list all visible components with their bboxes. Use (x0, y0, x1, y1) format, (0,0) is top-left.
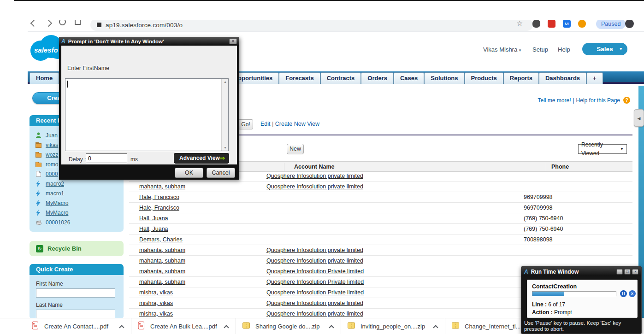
folder-icon (35, 162, 42, 167)
tell-me-more-link[interactable]: Tell me more! (538, 97, 571, 104)
profile-avatar[interactable] (625, 20, 634, 28)
text-caret (67, 81, 68, 88)
cancel-button[interactable]: Cancel (207, 168, 235, 178)
extension-icon-3[interactable]: UI (563, 20, 571, 28)
prompt-textarea[interactable]: ▲ ▼ (65, 78, 229, 151)
app-selector[interactable]: Sales ▾ (582, 43, 627, 55)
task-name: ContactCreation (532, 283, 577, 290)
download-item[interactable]: Create An Bulk Lea....pdf (131, 318, 236, 334)
recent-item[interactable]: MyMacro (30, 198, 124, 208)
recent-item[interactable]: macro1 (30, 188, 124, 198)
prompt-dialog: A Prompt in 'Don't Write In Any Window' … (59, 37, 239, 180)
first-name-field[interactable] (36, 288, 115, 298)
extension-icon-2[interactable] (548, 20, 555, 28)
home-icon[interactable] (75, 20, 81, 25)
advanced-view-button[interactable]: Advanced View ⇒ (174, 153, 229, 164)
column-phone[interactable]: Phone (551, 162, 569, 172)
reload-icon[interactable] (59, 20, 66, 25)
minimize-icon[interactable]: — (616, 269, 623, 275)
forward-icon[interactable] (45, 20, 53, 27)
ok-button[interactable]: OK (175, 168, 203, 178)
runtime-status-panel: ContactCreation × Line : 6 of 17 Action … (527, 280, 638, 318)
help-link[interactable]: Help (558, 46, 570, 53)
runtime-hint: Use 'Pause' key to pause. Keep 'Esc' key… (524, 320, 639, 332)
line-status: Line : 6 of 17 (532, 301, 565, 308)
table-row: Hale, Francisco969709998 (129, 192, 632, 203)
close-icon[interactable]: × (632, 269, 638, 275)
recent-item[interactable]: MyMacro (30, 208, 124, 217)
runtime-titlebar[interactable]: A Run Time Window — □ × (521, 267, 641, 276)
setup-link[interactable]: Setup (532, 46, 548, 53)
tab-products[interactable]: Products (465, 72, 503, 84)
runtime-title: Run Time Window (531, 269, 615, 275)
back-icon[interactable] (30, 20, 38, 27)
new-button[interactable]: New (287, 144, 304, 154)
tab-home[interactable]: Home (30, 72, 59, 84)
maximize-icon[interactable]: □ (624, 269, 631, 275)
download-item[interactable]: Inviting_people_on....zip (341, 318, 445, 334)
download-item[interactable]: Sharing Google do....zip (236, 318, 341, 334)
delay-label: Delay : (69, 156, 86, 163)
pause-button[interactable] (620, 290, 627, 297)
tab-forecasts[interactable]: Forecasts (279, 72, 320, 84)
textarea-scrollbar[interactable]: ▲ ▼ (221, 79, 228, 151)
expand-chevron-icon[interactable] (433, 325, 438, 330)
macro-bolt-icon (35, 190, 42, 197)
folder-icon (35, 152, 42, 158)
macro-bolt-icon (35, 200, 42, 206)
extension-icon-4[interactable] (578, 20, 586, 28)
tab-solutions[interactable]: Solutions (424, 72, 464, 84)
download-item[interactable]: Create An Contact....pdf (25, 318, 131, 334)
help-question-icon[interactable]: ? (623, 97, 630, 104)
table-row: mahanta, subhamQuosphere Infosolution pr… (129, 245, 632, 256)
go-button[interactable]: Go! (238, 119, 253, 129)
recycle-bin[interactable]: ↻ Recycle Bin (30, 241, 124, 256)
action-status: Action : Prompt (532, 309, 572, 316)
progress-fill (532, 292, 564, 296)
folder-icon (35, 142, 42, 148)
page-help-links: Tell me more! | Help for this Page ? (538, 97, 630, 104)
extension-icon-1[interactable] (532, 20, 540, 28)
edit-view-link[interactable]: Edit (260, 121, 271, 127)
dialog-close-icon[interactable]: × (229, 38, 237, 44)
pdf-file-icon (138, 322, 145, 331)
tab-reports[interactable]: Reports (503, 72, 539, 84)
sidebar-collapse-handle[interactable]: ◀ (634, 109, 644, 127)
site-favicon (97, 23, 101, 27)
macro-bolt-icon (35, 181, 42, 187)
expand-chevron-icon[interactable] (329, 325, 334, 330)
tab-orders[interactable]: Orders (361, 72, 394, 84)
scroll-down-icon[interactable]: ▼ (222, 146, 229, 149)
dialog-body: Enter FirstName ▲ ▼ Delay : ms Advanced … (61, 46, 237, 164)
salesforce-logo-text: salesfo (34, 46, 58, 54)
user-menu[interactable]: Vikas Mishra ▾ (483, 46, 521, 53)
stop-button[interactable]: × (629, 290, 636, 297)
table-row: Hall, Juana(769) 750-6940 (129, 213, 632, 224)
view-links: Edit | Create New View (260, 121, 319, 127)
dialog-titlebar[interactable]: A Prompt in 'Don't Write In Any Window' … (59, 37, 239, 46)
url-text[interactable]: ap19.salesforce.com/003/o (106, 22, 183, 29)
view-filter-select[interactable]: Recently Viewed ▼ (578, 144, 627, 154)
tab-cases[interactable]: Cases (394, 72, 424, 84)
zip-file-icon (452, 322, 459, 331)
sync-paused-badge[interactable]: Paused (596, 20, 626, 29)
scroll-up-icon[interactable]: ▲ (222, 80, 229, 83)
create-new-view-link[interactable]: Create New View (275, 121, 319, 127)
tab-add[interactable]: + (586, 72, 603, 84)
recent-item[interactable]: macro2 (30, 179, 124, 188)
window-top-edge (14, 0, 644, 1)
quick-create-header: Quick Create (30, 264, 124, 275)
expand-chevron-icon[interactable] (224, 325, 229, 330)
column-account-name[interactable]: Account Name (294, 162, 335, 172)
delay-input[interactable] (86, 153, 127, 163)
tab-dashboards[interactable]: Dashboards (539, 72, 586, 84)
pause-icon (622, 292, 625, 295)
recent-item[interactable]: 00001026 (30, 217, 124, 227)
url-bar[interactable]: ap19.salesforce.com/003/o (90, 20, 533, 31)
last-name-field[interactable] (36, 310, 115, 318)
expand-chevron-icon[interactable] (119, 325, 124, 330)
help-for-page-link[interactable]: Help for this Page (576, 97, 620, 104)
last-name-label: Last Name (36, 302, 124, 308)
bookmark-star-icon[interactable]: ☆ (516, 20, 523, 28)
tab-contracts[interactable]: Contracts (320, 72, 361, 84)
